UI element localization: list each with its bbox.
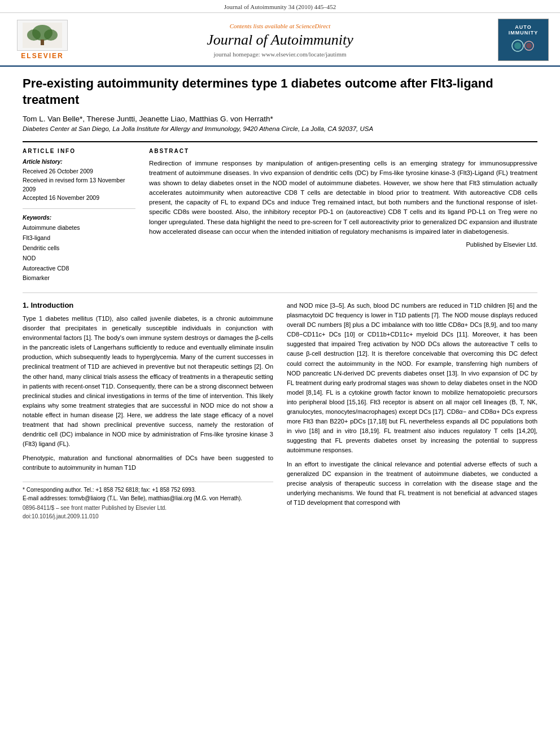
keyword-5: Autoreactive CD8 xyxy=(23,264,135,274)
svg-point-3 xyxy=(44,29,58,41)
article-info-label: ARTICLE INFO xyxy=(23,148,135,154)
abstract-paragraph: Redirection of immune responses by manip… xyxy=(149,159,537,237)
revised-date: Received in revised form 13 November 200… xyxy=(23,176,135,194)
article-title: Pre-existing autoimmunity determines typ… xyxy=(23,76,537,108)
keywords-group: Keywords: Autoimmune diabetes Flt3-ligan… xyxy=(23,215,135,283)
authors-line: Tom L. Van Belle*, Therese Juntti, Jeane… xyxy=(23,115,537,123)
introduction-heading: 1. Introduction xyxy=(23,301,273,309)
intro-right-para2: In an effort to investigate the clinical… xyxy=(287,460,537,508)
elsevier-tree-image xyxy=(17,20,68,51)
accepted-date: Accepted 16 November 2009 xyxy=(23,194,135,203)
autoimmunity-logo: AUTOIMMUNITY xyxy=(498,19,549,61)
article-history-group: Article history: Received 26 October 200… xyxy=(23,159,135,209)
journal-citation-bar: Journal of Autoimmunity 34 (2010) 445–45… xyxy=(0,0,560,13)
journal-header: ELSEVIER Contents lists available at Sci… xyxy=(0,13,560,67)
keyword-3: Dendritic cells xyxy=(23,243,135,254)
intro-right-text: and NOD mice [3–5]. As such, blood DC nu… xyxy=(287,301,537,508)
svg-point-8 xyxy=(526,43,532,49)
journal-title-heading: Journal of Autoimmunity xyxy=(73,32,487,49)
keyword-4: NOD xyxy=(23,254,135,264)
issn-line: 0896-8411/$ – see front matter Published… xyxy=(23,505,273,511)
elsevier-logo: ELSEVIER xyxy=(11,20,73,60)
elsevier-logo-area: ELSEVIER xyxy=(11,20,73,60)
keyword-2: Flt3-ligand xyxy=(23,233,135,243)
received-date: Received 26 October 2009 xyxy=(23,167,135,176)
svg-point-6 xyxy=(514,42,521,49)
elsevier-brand-text: ELSEVIER xyxy=(21,52,63,60)
svg-point-2 xyxy=(27,29,41,41)
journal-center-info: Contents lists available at ScienceDirec… xyxy=(73,23,487,58)
body-right-column: and NOD mice [3–5]. As such, blood DC nu… xyxy=(287,301,537,519)
contents-label: Contents lists available at xyxy=(230,23,295,29)
authors-text: Tom L. Van Belle*, Therese Juntti, Jeane… xyxy=(23,115,273,123)
article-info-abstract-section: ARTICLE INFO Article history: Received 2… xyxy=(23,141,537,283)
keyword-6: Biomarker xyxy=(23,273,135,283)
abstract-label: ABSTRACT xyxy=(149,148,537,154)
body-left-column: 1. Introduction Type 1 diabetes mellitus… xyxy=(23,301,273,519)
journal-homepage-text: journal homepage: www.elsevier.com/locat… xyxy=(73,51,487,58)
abstract-column: ABSTRACT Redirection of immune responses… xyxy=(149,148,537,283)
logo-text: AUTOIMMUNITY xyxy=(509,24,539,36)
sciencedirect-name[interactable]: ScienceDirect xyxy=(296,23,330,29)
intro-right-para1: and NOD mice [3–5]. As such, blood DC nu… xyxy=(287,301,537,455)
keyword-1: Autoimmune diabetes xyxy=(23,223,135,233)
intro-left-text: Type 1 diabetes mellitus (T1D), also cal… xyxy=(23,314,273,473)
footnote-area: * Corresponding author. Tel.: +1 858 752… xyxy=(23,482,273,503)
published-by-text: Published by Elsevier Ltd. xyxy=(149,240,537,250)
corresponding-author: * Corresponding author. Tel.: +1 858 752… xyxy=(23,486,273,494)
intro-left-para2: Phenotypic, maturation and functional ab… xyxy=(23,453,273,473)
sciencedirect-line: Contents lists available at ScienceDirec… xyxy=(73,23,487,29)
journal-logo-area: AUTOIMMUNITY xyxy=(487,19,549,61)
abstract-body: Redirection of immune responses by manip… xyxy=(149,159,537,250)
keywords-label: Keywords: xyxy=(23,215,135,221)
body-content: 1. Introduction Type 1 diabetes mellitus… xyxy=(23,292,537,519)
affiliation-text: Diabetes Center at San Diego, La Jolla I… xyxy=(23,125,537,132)
doi-line: doi:10.1016/j.jaut.2009.11.010 xyxy=(23,513,273,519)
email-addresses: E-mail addresses: tomvb@liaiorg (T.L. Va… xyxy=(23,494,273,503)
svg-rect-4 xyxy=(41,40,44,45)
history-label: Article history: xyxy=(23,159,135,165)
article-content: Pre-existing autoimmunity determines typ… xyxy=(0,67,560,531)
intro-left-para1: Type 1 diabetes mellitus (T1D), also cal… xyxy=(23,314,273,449)
article-info-column: ARTICLE INFO Article history: Received 2… xyxy=(23,148,135,283)
journal-citation-text: Journal of Autoimmunity 34 (2010) 445–45… xyxy=(224,3,336,10)
